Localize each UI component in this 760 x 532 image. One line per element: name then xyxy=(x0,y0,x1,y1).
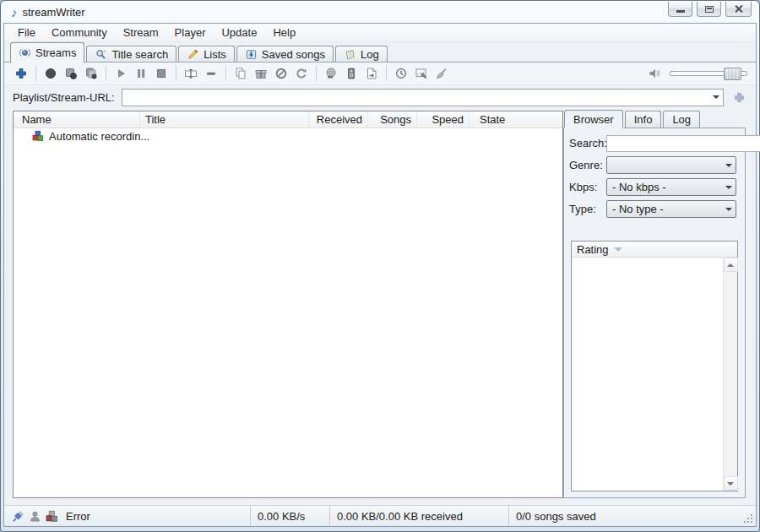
close-button[interactable] xyxy=(725,2,752,17)
add-stream-button[interactable] xyxy=(11,64,31,84)
reset-data-button[interactable] xyxy=(291,64,312,84)
type-label: Type: xyxy=(569,203,606,215)
blacklist-button[interactable] xyxy=(271,64,291,84)
rating-column-header[interactable]: Rating xyxy=(572,242,737,258)
column-speed[interactable]: Speed xyxy=(417,111,470,128)
url-label: Playlist/Stream-URL: xyxy=(13,91,115,104)
tab-info[interactable]: Info xyxy=(625,111,662,128)
kbps-select[interactable]: - No kbps - xyxy=(606,178,736,196)
scroll-down-button[interactable] xyxy=(724,476,738,491)
window-title: streamWriter xyxy=(23,6,85,19)
stream-settings-button[interactable] xyxy=(411,64,432,84)
tab-title-search[interactable]: Title search xyxy=(86,46,176,62)
tab-browser[interactable]: Browser xyxy=(564,110,623,128)
kbps-value: - No kbps - xyxy=(607,181,721,193)
tab-side-log[interactable]: Log xyxy=(663,111,700,128)
minimize-button[interactable] xyxy=(668,2,692,17)
menu-stream[interactable]: Stream xyxy=(117,24,166,41)
tab-streams-label: Streams xyxy=(35,46,76,59)
pause-button[interactable] xyxy=(131,64,151,84)
type-dropdown-button[interactable] xyxy=(721,201,736,217)
category-cubes-icon xyxy=(32,130,44,142)
status-bar: Error 0.00 KB/s 0.00 KB/0.00 KB received… xyxy=(4,505,756,526)
copy-title-button[interactable] xyxy=(231,64,251,84)
record-second-button[interactable] xyxy=(81,64,101,84)
play-button[interactable] xyxy=(111,64,131,84)
type-select[interactable]: - No type - xyxy=(606,200,736,218)
menu-update[interactable]: Update xyxy=(214,24,263,41)
playlist-button[interactable] xyxy=(361,64,382,84)
side-panel: Browser Info Log Search: Genre: xyxy=(563,111,746,498)
menu-file[interactable]: File xyxy=(11,24,42,41)
cleanup-button[interactable] xyxy=(432,64,452,84)
menu-bar: File Community Stream Player Update Help xyxy=(4,24,756,42)
url-input[interactable] xyxy=(122,90,708,105)
cut-song-icon xyxy=(324,67,338,80)
wishlist-button[interactable] xyxy=(251,64,271,84)
genre-select[interactable] xyxy=(606,156,736,174)
search-input[interactable] xyxy=(606,135,760,152)
app-window: ♪ streamWriter File Community Stream Pla… xyxy=(0,0,760,532)
sort-descending-icon xyxy=(614,247,622,252)
stream-list-header: Name Title Received Songs Speed State xyxy=(14,111,562,128)
timers-button[interactable] xyxy=(391,64,411,84)
column-received[interactable]: Received xyxy=(309,111,368,128)
toolbar-separator xyxy=(316,66,317,81)
toolbar-separator xyxy=(35,66,36,81)
tab-log-label: Log xyxy=(361,48,379,61)
stop-button[interactable] xyxy=(151,64,171,84)
streams-tab-icon xyxy=(19,46,31,59)
column-title[interactable]: Title xyxy=(140,111,309,128)
menu-community[interactable]: Community xyxy=(45,24,114,41)
side-panel-tabs: Browser Info Log xyxy=(563,111,746,128)
browser-results-list[interactable]: Rating xyxy=(571,241,738,491)
type-value: - No type - xyxy=(607,203,721,215)
url-row: Playlist/Stream-URL: xyxy=(4,85,756,109)
kbps-dropdown-button[interactable] xyxy=(721,179,736,195)
tab-saved-songs[interactable]: Saved songs xyxy=(236,46,334,62)
scroll-up-button[interactable] xyxy=(724,258,738,272)
column-name[interactable]: Name xyxy=(14,111,140,128)
menu-help[interactable]: Help xyxy=(266,24,302,41)
volume-control xyxy=(648,67,747,80)
results-scrollbar[interactable] xyxy=(723,258,737,491)
search-label: Search: xyxy=(569,137,606,149)
tab-log[interactable]: Log xyxy=(335,46,388,62)
listen-button[interactable] xyxy=(341,64,361,84)
table-row[interactable]: Automatic recordin... xyxy=(14,128,562,144)
genre-dropdown-button[interactable] xyxy=(721,157,736,173)
column-state[interactable]: State xyxy=(470,111,562,128)
saved-songs-tab-icon xyxy=(245,48,258,61)
wishlist-icon xyxy=(254,67,268,80)
stop-icon xyxy=(155,67,168,80)
column-songs[interactable]: Songs xyxy=(368,111,417,128)
remove-button[interactable] xyxy=(201,64,221,84)
url-combobox[interactable] xyxy=(122,89,724,106)
genre-label: Genre: xyxy=(569,159,606,171)
pause-icon xyxy=(134,67,148,80)
client-area: File Community Stream Player Update Help… xyxy=(3,23,757,527)
url-dropdown-button[interactable] xyxy=(708,90,723,106)
window-controls xyxy=(668,2,752,17)
status-section-state: Error xyxy=(4,506,251,526)
rename-button[interactable] xyxy=(181,64,201,84)
volume-slider[interactable] xyxy=(670,71,747,76)
blacklist-icon xyxy=(274,67,288,80)
menu-player[interactable]: Player xyxy=(168,24,213,41)
record-button[interactable] xyxy=(41,64,61,84)
resize-grip-icon[interactable] xyxy=(743,513,754,524)
tab-lists[interactable]: Lists xyxy=(178,46,235,62)
cut-song-button[interactable] xyxy=(321,64,341,84)
url-add-button[interactable] xyxy=(730,91,747,104)
volume-slider-thumb[interactable] xyxy=(724,68,741,80)
stop-record-button[interactable] xyxy=(61,64,81,84)
copy-title-icon xyxy=(234,67,247,80)
toolbar-separator xyxy=(176,66,176,81)
stream-list[interactable]: Name Title Received Songs Speed State Au… xyxy=(13,111,563,498)
maximize-button[interactable] xyxy=(697,2,721,17)
stream-settings-icon xyxy=(415,67,428,80)
tab-streams[interactable]: Streams xyxy=(10,42,84,62)
status-speed: 0.00 KB/s xyxy=(251,506,330,526)
content-area: Name Title Received Songs Speed State Au… xyxy=(4,109,756,505)
app-music-note-icon: ♪ xyxy=(11,6,18,19)
